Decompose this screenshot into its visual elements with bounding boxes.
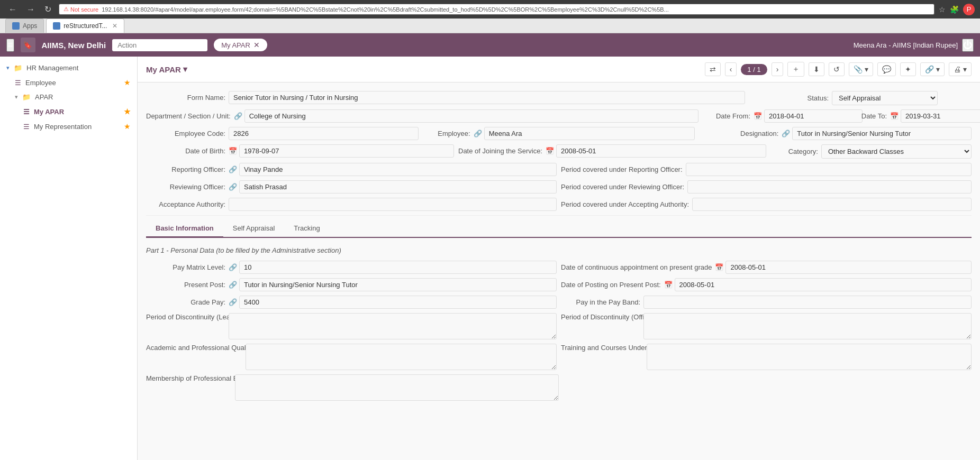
date-posting-label: Date of Posting on Present Post: <box>561 281 661 289</box>
sidebar-item-my-representation[interactable]: ☰ My Representation ★ <box>0 119 137 134</box>
add-record-button[interactable]: ＋ <box>787 62 804 77</box>
download-button[interactable]: ⬇ <box>809 62 824 76</box>
emp-code-label: Employee Code: <box>146 130 225 137</box>
print-button[interactable]: 🖨 ▾ <box>949 62 972 76</box>
designation-label: Designation: <box>699 130 778 137</box>
present-post-link-icon[interactable]: 🔗 <box>229 281 237 289</box>
academic-field: Academic and Professional Qualifications… <box>146 344 557 370</box>
message-button[interactable]: 💬 <box>877 62 896 76</box>
active-tab-pill[interactable]: My APAR ✕ <box>214 39 267 51</box>
status-label: Status: <box>749 94 829 102</box>
acceptance-input[interactable] <box>229 198 557 211</box>
next-button[interactable]: › <box>772 62 784 76</box>
refresh-button[interactable]: ↺ <box>829 62 845 76</box>
dob-with-icon: 📅 <box>229 144 454 158</box>
period-reviewing-input[interactable] <box>687 180 972 194</box>
date-posting-input[interactable] <box>675 278 972 291</box>
dept-with-icon: 🔗 <box>234 109 698 123</box>
sidebar-item-apar[interactable]: ▾ 📁 APAR <box>0 90 137 104</box>
activity-button[interactable]: ✦ <box>900 62 916 76</box>
academic-textarea[interactable] <box>246 344 557 370</box>
designation-link-icon[interactable]: 🔗 <box>782 130 790 137</box>
star-icon[interactable]: ★ <box>124 78 131 87</box>
tab-basic-information[interactable]: Basic Information <box>146 220 223 238</box>
back-button[interactable]: ← <box>5 4 20 15</box>
date-continuous-field: Date of continuous appointment on presen… <box>561 261 972 274</box>
logout-button[interactable]: ⏻ <box>962 39 974 52</box>
dept-input[interactable] <box>244 109 698 123</box>
grade-pay-link-icon[interactable]: 🔗 <box>229 298 237 306</box>
membership-textarea[interactable] <box>235 374 559 401</box>
reviewing-officer-input[interactable] <box>239 180 557 194</box>
star-icon-3[interactable]: ★ <box>124 122 131 131</box>
date-to-input[interactable] <box>901 109 980 123</box>
forward-button[interactable]: → <box>23 4 38 15</box>
bookmark-icon[interactable]: ☆ <box>939 5 946 14</box>
app-title: AIIMS, New Delhi <box>42 41 106 50</box>
designation-input[interactable] <box>792 127 972 140</box>
form-name-input[interactable] <box>229 91 745 104</box>
pay-matrix-input[interactable] <box>239 261 557 274</box>
calendar-dob-icon[interactable]: 📅 <box>229 147 237 155</box>
calendar-icon-2[interactable]: 📅 <box>890 112 899 120</box>
grade-pay-field: Grade Pay: 🔗 <box>146 296 557 309</box>
calendar-continuous-icon[interactable]: 📅 <box>715 263 723 271</box>
period-reporting-input[interactable] <box>686 163 972 176</box>
sidebar-item-my-apar[interactable]: ☰ My APAR ★ <box>0 104 137 119</box>
form-row-name-status: Form Name: Status: Self Appraisal <box>146 91 972 105</box>
part1-row-pay-matrix: Pay Matrix Level: 🔗 Date of continuous a… <box>146 261 972 274</box>
period-leave-textarea[interactable] <box>229 313 557 339</box>
category-select[interactable]: Other Backward Classes <box>821 144 972 159</box>
employee-link-icon[interactable]: 🔗 <box>474 130 482 137</box>
pay-matrix-field: Pay Matrix Level: 🔗 <box>146 261 557 274</box>
extensions-icon[interactable]: 🧩 <box>950 5 959 14</box>
link-button[interactable]: 🔗 ▾ <box>920 62 945 76</box>
employee-input[interactable] <box>484 127 695 140</box>
period-official-textarea[interactable] <box>643 313 972 339</box>
tab-pill-close-icon[interactable]: ✕ <box>253 41 260 49</box>
tab-self-appraisal[interactable]: Self Appraisal <box>223 220 285 238</box>
present-post-input[interactable] <box>239 278 557 291</box>
dob-input[interactable] <box>239 144 454 158</box>
tab-tracking[interactable]: Tracking <box>284 220 329 238</box>
emp-code-input[interactable] <box>229 127 419 140</box>
star-icon-2[interactable]: ★ <box>124 107 131 116</box>
sidebar-item-hr-management[interactable]: ▾ 📁 HR Management <box>0 61 137 75</box>
reporting-officer-field: Reporting Officer: 🔗 <box>146 163 557 176</box>
reporting-officer-input[interactable] <box>239 163 557 176</box>
period-reviewing-label: Period covered under Reviewing Officer: <box>561 183 684 191</box>
menu-toggle-button[interactable]: ≡ <box>6 39 14 52</box>
dept-link-icon[interactable]: 🔗 <box>234 112 242 120</box>
status-select[interactable]: Self Appraisal <box>832 91 938 105</box>
reporting-link-icon[interactable]: 🔗 <box>229 165 237 173</box>
period-reviewing-field: Period covered under Reviewing Officer: <box>561 180 972 194</box>
prev-button[interactable]: ‹ <box>725 62 737 76</box>
tab-close-button[interactable]: ✕ <box>112 22 117 30</box>
training-textarea[interactable] <box>647 344 972 370</box>
reload-button[interactable]: ↻ <box>41 3 55 15</box>
address-bar[interactable]: ⚠ Not secure 192.168.14.38:8020/#apar4/m… <box>59 4 934 15</box>
action-input[interactable] <box>112 39 207 51</box>
present-post-with-icon: 🔗 <box>229 278 557 291</box>
exchange-icon-button[interactable]: ⇄ <box>705 62 721 76</box>
form-title-dropdown-button[interactable]: My APAR ▾ <box>146 65 187 74</box>
period-accepting-input[interactable] <box>692 198 972 211</box>
pay-matrix-link-icon[interactable]: 🔗 <box>229 263 237 271</box>
profile-icon[interactable]: P <box>963 4 975 15</box>
part1-row-discontinuity: Period of Discontinuity (Leave): Period … <box>146 313 972 339</box>
date-posting-with-icon: 📅 <box>664 278 972 291</box>
designation-with-icon: 🔗 <box>782 127 972 140</box>
tab-restructured[interactable]: reStructuredT... ✕ <box>46 19 124 33</box>
bookmark-button[interactable]: 🔖 <box>21 38 35 52</box>
attach-button[interactable]: 📎 ▾ <box>849 62 873 76</box>
calendar-icon[interactable]: 📅 <box>754 112 762 120</box>
calendar-doj-icon[interactable]: 📅 <box>546 147 554 155</box>
sidebar-item-employee[interactable]: ☰ Employee ★ <box>0 75 137 90</box>
date-continuous-input[interactable] <box>725 261 972 274</box>
tab-apps[interactable]: Apps <box>5 19 44 33</box>
doj-input[interactable] <box>556 144 766 158</box>
reviewing-link-icon[interactable]: 🔗 <box>229 183 237 191</box>
calendar-posting-icon[interactable]: 📅 <box>664 281 673 289</box>
grade-pay-input[interactable] <box>239 296 557 309</box>
pay-band-input[interactable] <box>643 296 972 309</box>
